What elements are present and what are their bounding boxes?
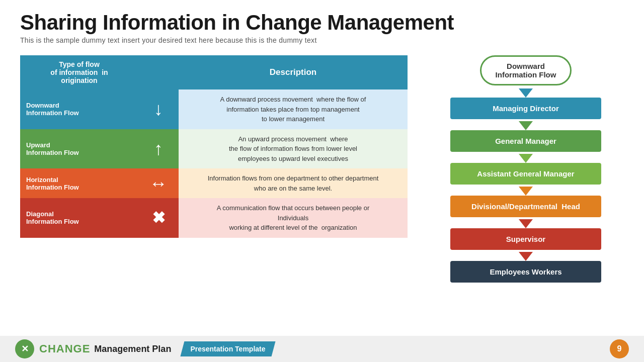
row-icon-downward: ↓ xyxy=(138,89,179,129)
up-arrow-icon: ↑ xyxy=(154,140,163,158)
table-header-row: Type of flowof information inorigination… xyxy=(20,55,408,89)
footer-page-number: 9 xyxy=(610,339,629,358)
footer: ✕ CHANGE Management Plan Presentation Te… xyxy=(0,336,644,362)
org-level-general: General Manager xyxy=(428,119,624,152)
col2-header: Description xyxy=(179,55,408,89)
row-label-diagonal: DiagonalInformation Flow xyxy=(20,198,138,238)
arrow-to-employees xyxy=(519,252,533,261)
row-desc-diagonal: A communication flow that occurs between… xyxy=(179,198,408,238)
info-table: Type of flowof information inorigination… xyxy=(20,55,408,238)
diagonal-icon: ✖ xyxy=(152,208,166,227)
info-table-section: Type of flowof information inorigination… xyxy=(20,55,408,283)
row-icon-horizontal: ↔ xyxy=(138,168,179,198)
org-level-divisional: Divisional/Departmental Head xyxy=(428,185,624,217)
org-level-managing: Managing Director xyxy=(428,85,624,119)
org-level-asst: Assistant General Manager xyxy=(428,152,624,185)
horizontal-arrow-icon: ↔ xyxy=(149,174,168,193)
table-row: DiagonalInformation Flow ✖ A communicati… xyxy=(20,198,408,238)
arrow-to-general xyxy=(519,121,533,130)
org-box-supervisor: Supervisor xyxy=(450,228,601,250)
subtitle: This is the sample dummy text insert you… xyxy=(20,36,624,44)
org-box-managing: Managing Director xyxy=(450,98,601,119)
arrow-to-divisional xyxy=(519,187,533,196)
row-label-upward: UpwardInformation Flow xyxy=(20,129,138,169)
row-desc-upward: An upward process movement wherethe flow… xyxy=(179,129,408,169)
footer-brand-mgmt: Management Plan xyxy=(94,344,171,354)
org-box-asst: Assistant General Manager xyxy=(450,163,601,185)
page-title: Sharing Information in Change Management xyxy=(20,11,624,34)
row-label-downward: DownwardInformation Flow xyxy=(20,89,138,129)
down-arrow-icon: ↓ xyxy=(154,100,163,118)
org-top-label: DownwardInformation Flow xyxy=(480,55,572,85)
arrow-to-managing xyxy=(519,88,533,98)
footer-brand-change: CHANGE xyxy=(39,342,90,355)
table-row: DownwardInformation Flow ↓ A downward pr… xyxy=(20,89,408,129)
footer-logo: ✕ xyxy=(15,339,34,358)
footer-template-label: Presentation Template xyxy=(180,341,275,356)
table-row: UpwardInformation Flow ↑ An upward proce… xyxy=(20,129,408,169)
header: Sharing Information in Change Management… xyxy=(0,0,644,48)
col-icon-header xyxy=(138,55,179,89)
row-label-horizontal: HorizontalInformation Flow xyxy=(20,168,138,198)
row-desc-horizontal: Information flows from one department to… xyxy=(179,168,408,198)
col1-header: Type of flowof information inorigination xyxy=(20,55,138,89)
org-box-general: General Manager xyxy=(450,130,601,152)
logo-icon: ✕ xyxy=(21,343,29,354)
arrow-to-asst xyxy=(519,154,533,163)
table-row: HorizontalInformation Flow ↔ Information… xyxy=(20,168,408,198)
arrow-to-supervisor xyxy=(519,219,533,228)
org-chart-section: DownwardInformation Flow Managing Direct… xyxy=(428,55,624,283)
org-level-supervisor: Supervisor xyxy=(428,217,624,250)
org-level-employees: Employees Workers xyxy=(428,250,624,283)
org-box-employees: Employees Workers xyxy=(450,261,601,283)
row-icon-diagonal: ✖ xyxy=(138,198,179,238)
org-box-divisional: Divisional/Departmental Head xyxy=(450,196,601,217)
row-icon-upward: ↑ xyxy=(138,129,179,169)
row-desc-downward: A downward process movement where the fl… xyxy=(179,89,408,129)
content-area: Type of flowof information inorigination… xyxy=(0,48,644,283)
